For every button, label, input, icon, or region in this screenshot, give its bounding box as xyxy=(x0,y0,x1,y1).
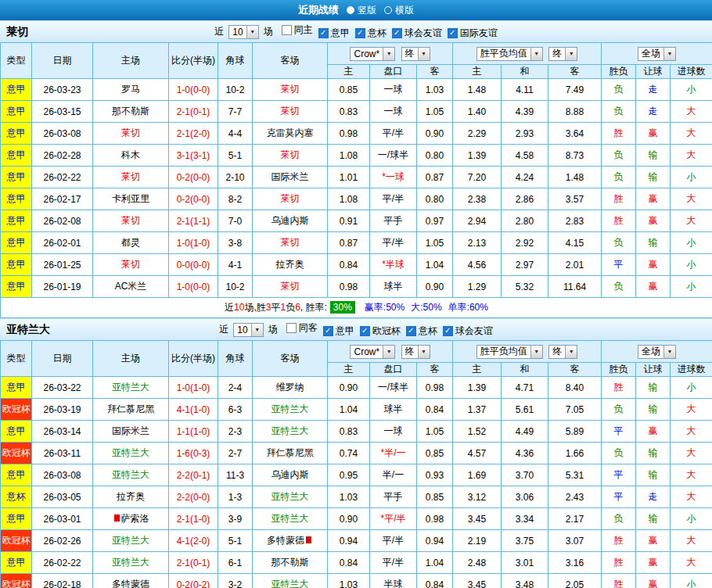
checkbox-icon[interactable]: ✓ xyxy=(323,326,333,336)
match-count-select[interactable]: 10▼ xyxy=(233,323,263,337)
result-cell: 负 xyxy=(602,79,636,101)
checkbox-label[interactable]: 球会友谊 xyxy=(405,27,442,40)
euro-away-odds: 3.64 xyxy=(548,123,602,145)
match-count-select[interactable]: 10▼ xyxy=(228,25,258,39)
filter-checkbox[interactable]: ✓球会友谊 xyxy=(443,324,493,338)
col-result: 胜负 xyxy=(602,363,636,377)
section-header-bar: 亚特兰大 近 10▼ 场 同客✓意甲✓欧冠杯✓意杯✓球会友谊 xyxy=(0,318,712,340)
checkbox-label[interactable]: 国际友谊 xyxy=(460,27,498,40)
asian-handicap: 一/球半 xyxy=(370,145,417,167)
date-cell: 26-03-19 xyxy=(32,399,93,421)
asian-home-odds: 0.98 xyxy=(328,123,370,145)
checkbox-icon[interactable]: ✓ xyxy=(392,28,402,38)
away-team-cell: 维罗纳 xyxy=(253,377,328,399)
section-header-bar: 莱切 近 10▼ 场 同主✓意甲✓意杯✓球会友谊✓国际友谊 xyxy=(0,20,712,42)
odds-company-select[interactable]: Crow*▼ xyxy=(350,47,395,61)
filter-checkbox[interactable]: ✓球会友谊 xyxy=(392,27,442,40)
corner-cell: 8-2 xyxy=(218,188,253,210)
date-cell: 26-03-23 xyxy=(32,79,93,101)
euro-away-odds: 2.17 xyxy=(548,508,602,530)
euro-odds-select[interactable]: 胜平负均值▼ xyxy=(476,47,543,61)
table-row: 意甲26-03-14国际米兰1-1(1-0)2-3亚特兰大0.83一球1.051… xyxy=(1,421,712,443)
filter-checkbox[interactable]: 同客 xyxy=(286,321,318,335)
date-cell: 26-03-01 xyxy=(32,508,93,530)
euro-away-odds: 3.07 xyxy=(548,530,602,552)
checkbox-icon[interactable]: ✓ xyxy=(355,28,365,38)
checkbox-icon[interactable]: ✓ xyxy=(443,326,453,336)
checkbox-label[interactable]: 同客 xyxy=(299,321,318,335)
team-link: 国际米兰 xyxy=(112,425,149,436)
team-link: 都灵 xyxy=(121,237,140,248)
checkbox-icon[interactable]: ✓ xyxy=(406,326,416,336)
radio-selected-icon[interactable] xyxy=(347,6,354,14)
asian-away-odds: 0.85 xyxy=(417,443,453,464)
checkbox-icon[interactable] xyxy=(286,323,297,333)
layout-option-label[interactable]: 横版 xyxy=(395,4,414,17)
scope-select[interactable]: 全场▼ xyxy=(638,47,676,61)
checkbox-icon[interactable] xyxy=(282,25,292,35)
score-cell: 0-2(0-2) xyxy=(169,574,218,588)
euro-away-odds: 7.49 xyxy=(548,79,602,101)
home-team-cell: 莱切 xyxy=(93,210,169,232)
filter-checkbox[interactable]: ✓意甲 xyxy=(323,324,354,338)
layout-option-horizontal[interactable]: 横版 xyxy=(384,4,414,17)
euro-away-odds: 2.05 xyxy=(548,574,602,588)
asian-final-select[interactable]: 终▼ xyxy=(401,47,430,61)
filter-checkbox[interactable]: ✓意杯 xyxy=(406,324,437,338)
checkbox-label[interactable]: 欧冠杯 xyxy=(372,324,401,338)
home-team-cell: 多特蒙德 xyxy=(93,574,169,588)
asian-home-odds: 1.08 xyxy=(328,145,370,167)
euro-away-odds: 8.88 xyxy=(548,101,602,123)
euro-draw-odds: 2.97 xyxy=(502,254,548,276)
checkbox-label[interactable]: 意杯 xyxy=(368,27,387,40)
score-cell: 4-1(1-0) xyxy=(169,399,218,421)
summary-segment: 场,胜 xyxy=(244,302,265,313)
checkbox-label[interactable]: 球会友谊 xyxy=(455,324,493,338)
filter-checkbox[interactable]: ✓欧冠杯 xyxy=(360,324,401,338)
euro-home-odds: 2.29 xyxy=(453,123,502,145)
away-team-cell: 莱切 xyxy=(253,101,328,123)
checkbox-icon[interactable]: ✓ xyxy=(318,28,329,38)
checkbox-icon[interactable]: ✓ xyxy=(360,326,370,336)
chevron-down-icon: ▼ xyxy=(418,346,430,358)
euro-home-odds: 1.29 xyxy=(453,276,502,298)
league-cell: 意杯 xyxy=(1,486,32,508)
asian-away-odds: 1.04 xyxy=(417,254,453,276)
euro-draw-odds: 3.70 xyxy=(502,464,548,486)
filter-checkbox[interactable]: 同主 xyxy=(282,23,313,37)
handicap-result-cell: 赢 xyxy=(636,254,671,276)
filter-checkbox[interactable]: ✓意甲 xyxy=(318,27,350,40)
checkbox-label[interactable]: 同主 xyxy=(294,23,313,37)
filter-checkbox[interactable]: ✓国际友谊 xyxy=(448,27,498,40)
corner-cell: 4-1 xyxy=(218,254,253,276)
euro-final-select[interactable]: 终▼ xyxy=(548,47,577,61)
asian-final-select[interactable]: 终▼ xyxy=(401,345,430,359)
asian-home-odds: 1.08 xyxy=(328,188,370,210)
odds-company-select[interactable]: Crow*▼ xyxy=(350,345,395,359)
layout-option-label[interactable]: 竖版 xyxy=(358,4,376,17)
euro-draw-odds: 3.34 xyxy=(502,508,548,530)
checkbox-label[interactable]: 意杯 xyxy=(419,324,437,338)
checkbox-icon[interactable]: ✓ xyxy=(448,28,458,38)
checkbox-label[interactable]: 意甲 xyxy=(336,324,354,338)
radio-unselected-icon[interactable] xyxy=(384,6,392,14)
handicap-result-cell: 输 xyxy=(636,464,671,486)
filters: 近 10▼ 场 同主✓意甲✓意杯✓球会友谊✓国际友谊 xyxy=(214,23,497,40)
col-type: 类型 xyxy=(1,43,32,79)
table-row: 欧冠杯26-02-26亚特兰大4-1(2-0)5-1多特蒙德0.94平/半0.9… xyxy=(1,530,712,552)
scope-select[interactable]: 全场▼ xyxy=(638,345,676,359)
euro-draw-odds: 5.61 xyxy=(502,399,548,421)
layout-option-vertical[interactable]: 竖版 xyxy=(347,4,376,17)
euro-odds-select[interactable]: 胜平负均值▼ xyxy=(476,345,543,359)
filter-checkbox[interactable]: ✓意杯 xyxy=(355,27,387,40)
asian-home-odds: 0.84 xyxy=(328,552,370,574)
asian-home-odds: 0.91 xyxy=(328,210,370,232)
checkbox-label[interactable]: 意甲 xyxy=(331,27,350,40)
chevron-down-icon: ▼ xyxy=(663,48,675,60)
goals-result-cell: 大 xyxy=(671,145,712,167)
date-cell: 26-01-19 xyxy=(32,276,93,298)
euro-final-select[interactable]: 终▼ xyxy=(548,345,577,359)
games-label: 场 xyxy=(268,323,278,336)
col-asian-home: 主 xyxy=(328,363,370,377)
away-team-cell: 亚特兰大 xyxy=(253,421,328,443)
